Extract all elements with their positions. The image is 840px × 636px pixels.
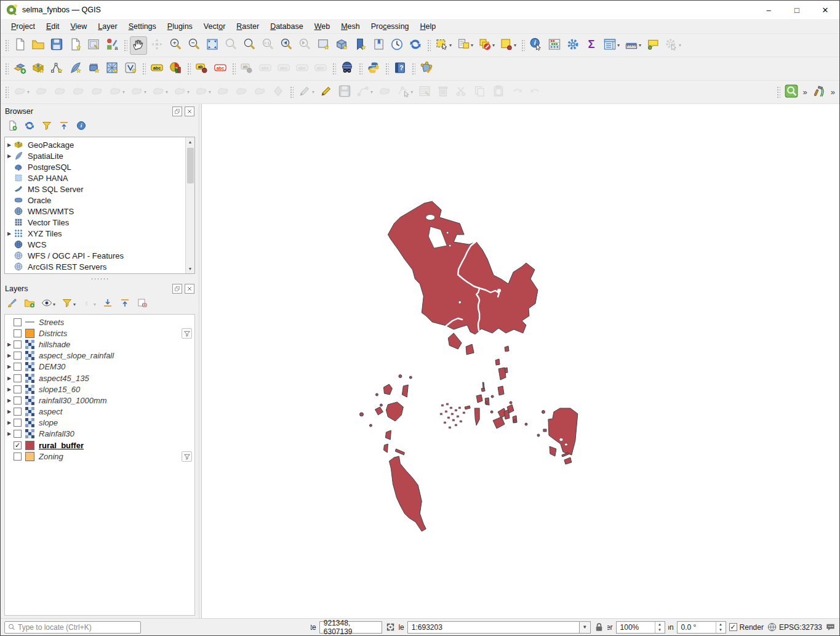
select-by-location-button[interactable]: ▾ <box>498 36 518 55</box>
render-toggle[interactable]: ✓ Render <box>729 623 764 632</box>
filter-browser-button[interactable] <box>39 119 54 134</box>
serval-tools-button[interactable] <box>810 83 828 102</box>
dropdown-arrow-icon[interactable]: ▾ <box>312 89 314 95</box>
toolbar-grip[interactable] <box>4 39 9 52</box>
layer-visibility-checkbox[interactable] <box>14 363 22 371</box>
browser-item-xyz-tiles[interactable]: ▶XYZ Tiles <box>5 228 185 239</box>
menu-edit[interactable]: Edit <box>41 20 65 33</box>
coordinate-box[interactable]: 921348, 6307139 <box>319 621 382 634</box>
layer-item-slope15-60[interactable]: ▶slope15_60 <box>5 384 194 395</box>
pan-map-button[interactable] <box>130 36 147 55</box>
open-data-source-manager-button[interactable] <box>11 60 28 78</box>
expand-arrow-icon[interactable]: ▶ <box>5 376 14 381</box>
grass-tools-button[interactable] <box>783 83 800 102</box>
new-mesh-layer-button[interactable] <box>103 60 121 78</box>
menu-database[interactable]: Database <box>265 20 309 33</box>
open-layer-styling-dock-button[interactable] <box>5 297 20 312</box>
layers-float-button[interactable] <box>172 284 182 294</box>
measure-line-button[interactable]: ▾ <box>623 36 643 55</box>
zoom-in-button[interactable]: + <box>167 36 184 55</box>
layer-item-zoning[interactable]: Zoning <box>5 451 194 462</box>
layer-item-rainfall30[interactable]: ▶Rainfall30 <box>5 429 194 440</box>
expand-arrow-icon[interactable]: ▶ <box>5 353 14 358</box>
menu-processing[interactable]: Processing <box>366 20 415 33</box>
menu-plugins[interactable]: Plugins <box>162 20 198 33</box>
show-spatial-bookmarks-button[interactable] <box>370 36 387 55</box>
layer-diagram-options-button[interactable] <box>167 60 184 78</box>
dropdown-arrow-icon[interactable]: ▾ <box>27 89 30 95</box>
menu-layer[interactable]: Layer <box>92 20 122 33</box>
zoom-full-button[interactable] <box>204 36 221 55</box>
layer-visibility-checkbox[interactable] <box>14 430 22 438</box>
scale-box[interactable]: 1:693203 <box>407 621 580 634</box>
open-project-button[interactable] <box>30 36 47 55</box>
browser-item-wfs-ogc-api-features[interactable]: WFS / OGC API - Features <box>5 250 185 261</box>
layer-visibility-checkbox[interactable] <box>14 340 22 348</box>
metasearch-button[interactable] <box>338 60 356 78</box>
dropdown-arrow-icon[interactable]: ▾ <box>94 302 96 307</box>
browser-properties-button[interactable]: i <box>74 119 89 134</box>
magnifier-spinner[interactable]: 100% ▲▼ <box>616 621 665 634</box>
map-canvas[interactable] <box>201 104 839 618</box>
deselect-features-button[interactable]: ▾ <box>476 36 497 55</box>
browser-item-vector-tiles[interactable]: Vector Tiles <box>5 217 185 228</box>
menu-vector[interactable]: Vector <box>198 20 231 33</box>
check-geometries-button[interactable] <box>418 60 435 78</box>
browser-item-ms-sql-server[interactable]: MS SQL Server <box>5 183 185 195</box>
collapse-all-layers-button[interactable] <box>118 297 132 312</box>
toolbar-grip[interactable] <box>289 86 294 99</box>
layer-visibility-checkbox[interactable] <box>14 329 22 337</box>
layers-close-button[interactable] <box>185 284 194 294</box>
new-project-button[interactable] <box>11 36 28 55</box>
toolbar-grip[interactable] <box>426 39 431 52</box>
new-temporary-scratch-layer-button[interactable] <box>85 60 102 78</box>
dropdown-arrow-icon[interactable]: ▾ <box>679 42 681 48</box>
expand-arrow-icon[interactable]: ▶ <box>5 231 14 236</box>
dropdown-arrow-icon[interactable]: ▾ <box>410 89 413 95</box>
layer-visibility-checkbox[interactable] <box>14 374 22 382</box>
toolbar-grip[interactable] <box>186 62 191 76</box>
toolbar-grip[interactable] <box>4 62 9 76</box>
menu-project[interactable]: Project <box>6 20 41 33</box>
locator-search[interactable] <box>4 621 141 634</box>
processing-toolbox-button[interactable] <box>564 36 582 55</box>
toolbar-grip[interactable] <box>231 62 236 76</box>
zoom-last-button[interactable] <box>278 36 295 55</box>
toolbar-grip[interactable] <box>332 62 336 76</box>
toolbar-grip[interactable] <box>776 86 780 99</box>
messages-icon[interactable] <box>825 622 836 632</box>
dropdown-arrow-icon[interactable]: ▾ <box>122 89 125 95</box>
dropdown-arrow-icon[interactable]: ▾ <box>471 42 473 48</box>
crs-status[interactable]: EPSG:32733 <box>767 622 822 632</box>
add-group-button[interactable] <box>22 297 37 312</box>
new-shapefile-layer-button[interactable] <box>48 60 65 78</box>
layer-filter-indicator-icon[interactable] <box>182 451 192 462</box>
select-features-button[interactable]: ▾ <box>433 36 454 55</box>
browser-item-sap-hana[interactable]: SAP HANA <box>5 172 185 183</box>
expand-arrow-icon[interactable]: ▶ <box>5 364 14 369</box>
close-button[interactable]: ✕ <box>811 1 839 19</box>
expand-arrow-icon[interactable]: ▶ <box>5 342 14 347</box>
expand-all-layers-button[interactable] <box>100 297 115 312</box>
locator-input[interactable] <box>18 623 137 632</box>
save-project-button[interactable] <box>48 36 65 55</box>
expand-arrow-icon[interactable]: ▶ <box>5 420 14 425</box>
browser-item-postgresql[interactable]: PostgreSQL <box>5 161 185 172</box>
dropdown-arrow-icon[interactable]: ▾ <box>73 302 76 307</box>
lock-scale-icon[interactable] <box>594 622 604 632</box>
new-map-view-button[interactable] <box>314 36 332 55</box>
layer-labeling-options-button[interactable]: abc <box>148 60 166 78</box>
expand-arrow-icon[interactable]: ▶ <box>5 398 14 403</box>
layer-item-aspect-slope-rainfall[interactable]: ▶aspect_slope_rainfall <box>5 350 194 361</box>
browser-close-button[interactable] <box>185 107 194 116</box>
dropdown-arrow-icon[interactable]: ▾ <box>166 89 168 95</box>
menu-settings[interactable]: Settings <box>123 20 162 33</box>
expand-arrow-icon[interactable]: ▶ <box>5 142 14 148</box>
toolbar-extension-1-button[interactable]: » <box>801 87 810 97</box>
layer-item-rainfall30-1000mm[interactable]: ▶rainfall30_1000mm <box>5 395 194 406</box>
add-selected-layers-button[interactable] <box>5 119 20 134</box>
scroll-up-icon[interactable]: ▲ <box>186 137 195 147</box>
zoom-to-layer-button[interactable] <box>241 36 258 55</box>
new-print-layout-button[interactable] <box>66 36 84 55</box>
new-spatialite-layer-button[interactable] <box>66 60 84 78</box>
